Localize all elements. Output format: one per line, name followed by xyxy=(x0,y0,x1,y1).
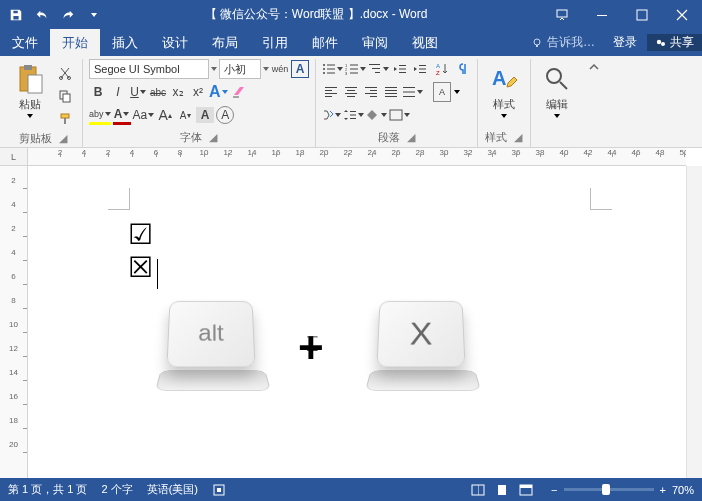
tab-review[interactable]: 审阅 xyxy=(350,29,400,56)
show-marks-icon[interactable] xyxy=(453,59,471,79)
shrink-font-button[interactable]: A▾ xyxy=(176,105,194,125)
status-word-count[interactable]: 2 个字 xyxy=(101,482,132,497)
align-right-icon[interactable] xyxy=(362,82,380,102)
zoom-level[interactable]: 70% xyxy=(672,484,694,496)
numbering-icon[interactable]: 123 xyxy=(345,59,366,79)
dialog-launcher-icon[interactable]: ◢ xyxy=(208,133,218,143)
text-effects-icon[interactable]: A xyxy=(209,82,228,102)
cut-icon[interactable] xyxy=(54,63,76,83)
zoom-out-button[interactable]: − xyxy=(551,484,557,496)
italic-button[interactable]: I xyxy=(109,82,127,102)
zoom-in-button[interactable]: + xyxy=(660,484,666,496)
svg-rect-23 xyxy=(350,65,358,66)
collapse-ribbon-icon[interactable] xyxy=(583,59,605,147)
enclose-char-icon[interactable]: A xyxy=(216,106,234,124)
borders-icon[interactable] xyxy=(389,105,410,125)
format-painter-icon[interactable] xyxy=(54,109,76,129)
read-mode-icon[interactable] xyxy=(467,481,489,499)
maximize-icon[interactable] xyxy=(622,0,662,29)
grow-font-button[interactable]: A▴ xyxy=(156,105,174,125)
tab-references[interactable]: 引用 xyxy=(250,29,300,56)
sign-in[interactable]: 登录 xyxy=(603,34,647,51)
superscript-button[interactable]: x² xyxy=(189,82,207,102)
web-layout-icon[interactable] xyxy=(515,481,537,499)
editing-button[interactable]: 编辑 xyxy=(537,59,577,118)
page[interactable]: ☑ ☒ alt + ⌶ X xyxy=(48,178,672,468)
svg-point-20 xyxy=(323,72,325,74)
bold-button[interactable]: B xyxy=(89,82,107,102)
font-color-button[interactable]: A xyxy=(113,105,131,125)
styles-icon: A xyxy=(488,63,520,95)
status-page[interactable]: 第 1 页，共 1 页 xyxy=(8,482,87,497)
print-layout-icon[interactable] xyxy=(491,481,513,499)
line-spacing-icon[interactable] xyxy=(343,105,364,125)
paste-icon xyxy=(14,63,46,95)
dialog-launcher-icon[interactable]: ◢ xyxy=(406,133,416,143)
ribbon-tabs: 文件 开始 插入 设计 布局 引用 邮件 审阅 视图 告诉我… 登录 共享 xyxy=(0,29,702,56)
underline-button[interactable]: U xyxy=(129,82,147,102)
qat-customize-icon[interactable] xyxy=(82,3,106,27)
undo-icon[interactable] xyxy=(30,3,54,27)
text-direction-icon[interactable] xyxy=(322,105,341,125)
tab-file[interactable]: 文件 xyxy=(0,29,50,56)
copy-icon[interactable] xyxy=(54,86,76,106)
font-name-box[interactable]: Segoe UI Symbol xyxy=(89,59,209,79)
svg-rect-9 xyxy=(28,75,42,93)
tab-view[interactable]: 视图 xyxy=(400,29,450,56)
distributed-icon[interactable] xyxy=(402,82,423,102)
asian-layout-icon[interactable]: A xyxy=(433,82,451,102)
chevron-down-icon[interactable] xyxy=(454,90,460,94)
horizontal-ruler[interactable]: 2424681012141618202224262830323436384042… xyxy=(28,148,686,166)
clear-format-icon[interactable] xyxy=(230,82,248,102)
group-styles: A 样式 样式◢ xyxy=(478,59,531,147)
strikethrough-button[interactable]: abc xyxy=(149,82,167,102)
ruler-corner[interactable]: L xyxy=(0,148,28,166)
sort-icon[interactable]: AZ xyxy=(433,59,451,79)
ribbon-options-icon[interactable] xyxy=(542,0,582,29)
decrease-indent-icon[interactable] xyxy=(391,59,409,79)
tell-me[interactable]: 告诉我… xyxy=(523,34,603,51)
close-icon[interactable] xyxy=(662,0,702,29)
zoom-slider[interactable] xyxy=(564,488,654,491)
change-case-button[interactable]: Aa xyxy=(133,105,155,125)
phonetic-guide-icon[interactable]: wén xyxy=(271,59,289,79)
zoom-thumb[interactable] xyxy=(602,484,610,495)
align-left-icon[interactable] xyxy=(322,82,340,102)
dialog-launcher-icon[interactable]: ◢ xyxy=(513,133,523,143)
document-content[interactable]: ☑ ☒ xyxy=(128,218,194,289)
bullets-icon[interactable] xyxy=(322,59,343,79)
vertical-scrollbar[interactable] xyxy=(686,166,702,478)
align-center-icon[interactable] xyxy=(342,82,360,102)
font-size-box[interactable]: 小初 xyxy=(219,59,261,79)
char-shading-icon[interactable]: A xyxy=(196,107,214,123)
status-language[interactable]: 英语(美国) xyxy=(147,482,198,497)
svg-rect-50 xyxy=(385,90,397,91)
char-border-icon[interactable]: A xyxy=(291,60,309,78)
shading-icon[interactable] xyxy=(366,105,387,125)
vertical-ruler[interactable]: 242468101214161820 xyxy=(0,166,28,478)
ballot-check-char: ☑ xyxy=(128,219,153,250)
subscript-button[interactable]: x₂ xyxy=(169,82,187,102)
chevron-down-icon[interactable] xyxy=(211,67,217,71)
styles-button[interactable]: A 样式 xyxy=(484,59,524,118)
highlight-button[interactable]: aby xyxy=(89,105,111,125)
paragraph-group-label: 段落 xyxy=(378,130,400,145)
tab-design[interactable]: 设计 xyxy=(150,29,200,56)
tab-home[interactable]: 开始 xyxy=(50,29,100,56)
tab-mailings[interactable]: 邮件 xyxy=(300,29,350,56)
increase-indent-icon[interactable] xyxy=(411,59,429,79)
chevron-down-icon[interactable] xyxy=(263,67,269,71)
tab-layout[interactable]: 布局 xyxy=(200,29,250,56)
tab-insert[interactable]: 插入 xyxy=(100,29,150,56)
multilevel-list-icon[interactable] xyxy=(368,59,389,79)
group-editing: 编辑 xyxy=(531,59,583,147)
paste-button[interactable]: 粘贴 xyxy=(10,59,50,118)
save-icon[interactable] xyxy=(4,3,28,27)
macro-record-icon[interactable] xyxy=(212,483,226,497)
dialog-launcher-icon[interactable]: ◢ xyxy=(58,134,68,144)
minimize-icon[interactable] xyxy=(582,0,622,29)
title-bar: 【 微信公众号：Word联盟 】.docx - Word xyxy=(0,0,702,29)
share-button[interactable]: 共享 xyxy=(647,34,702,51)
redo-icon[interactable] xyxy=(56,3,80,27)
align-justify-icon[interactable] xyxy=(382,82,400,102)
